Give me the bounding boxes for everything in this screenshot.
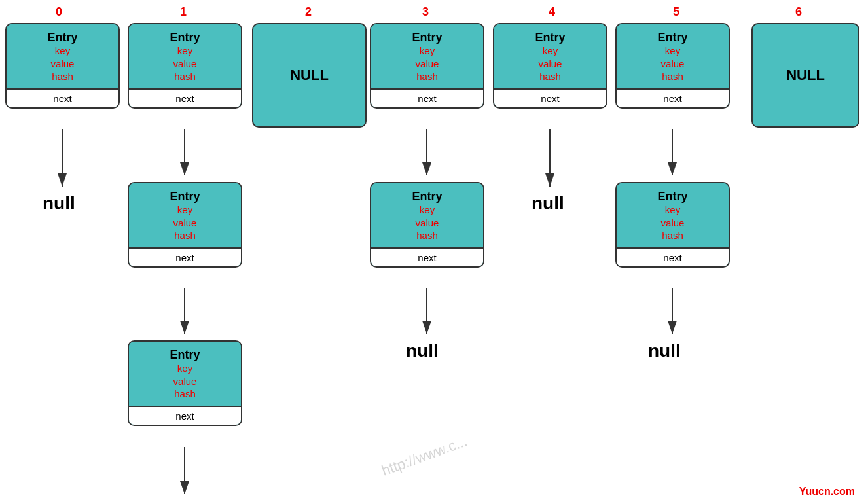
watermark: http://www.c... [380,433,470,479]
index-5: 5 [673,5,679,19]
null-label-5: null [648,340,681,361]
next-field: next [617,88,729,107]
entry-1-2: Entry key value hash next [128,182,242,268]
index-0: 0 [56,5,62,19]
index-1: 1 [180,5,187,19]
brand-label: Yuucn.com [799,486,855,497]
next-field: next [371,88,483,107]
index-4: 4 [549,5,555,19]
entry-title: Entry [620,190,725,204]
entry-3: Entry key value hash next [370,23,484,109]
null-2: NULL [252,23,367,128]
next-field: next [617,247,729,266]
entry-title: Entry [497,31,603,45]
null-label-0: null [43,193,75,214]
index-2: 2 [305,5,312,19]
next-field: next [371,247,483,266]
field-hash: hash [10,70,115,83]
entry-3-2: Entry key value hash next [370,182,484,268]
field-value: value [10,58,115,71]
entry-0: Entry key value hash next [5,23,120,109]
index-3: 3 [422,5,429,19]
entry-title: Entry [132,31,238,45]
null-label-4: null [532,193,564,214]
next-field: next [129,406,241,425]
null-label-3: null [406,340,439,361]
entry-title: Entry [10,31,115,45]
entry-1: Entry key value hash next [128,23,242,109]
index-6: 6 [795,5,802,19]
entry-title: Entry [132,348,238,362]
entry-5-2: Entry key value hash next [615,182,730,268]
next-field: next [494,88,606,107]
entry-title: Entry [374,31,480,45]
next-field: next [129,247,241,266]
next-field: next [7,88,118,107]
entry-title: Entry [620,31,725,45]
field-key: key [10,45,115,58]
next-field: next [129,88,241,107]
entry-1-3: Entry key value hash next [128,340,242,426]
entry-5: Entry key value hash next [615,23,730,109]
diagram: 0 1 2 3 4 5 6 Entry key value hash next … [0,0,868,504]
entry-title: Entry [374,190,480,204]
entry-4: Entry key value hash next [493,23,607,109]
null-6: NULL [751,23,859,128]
entry-title: Entry [132,190,238,204]
